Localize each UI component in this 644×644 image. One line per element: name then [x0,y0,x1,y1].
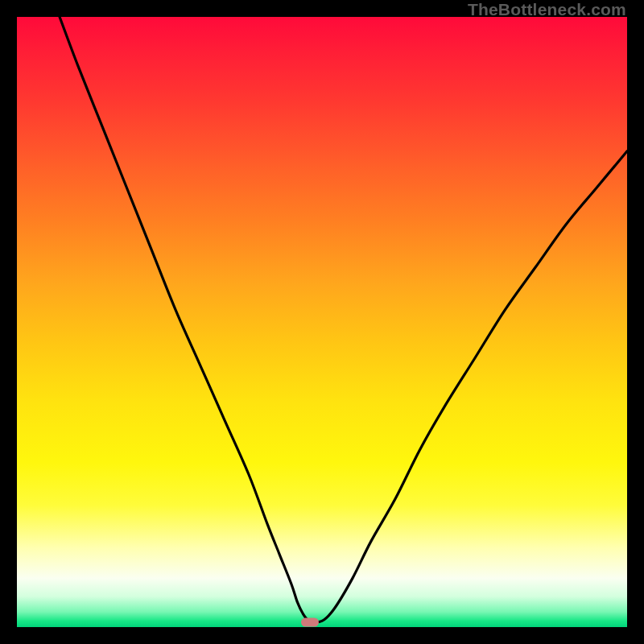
optimum-marker [301,617,319,626]
bottleneck-curve [17,17,627,627]
plot-area [17,17,627,627]
chart-frame: TheBottleneck.com [0,0,644,644]
watermark-text: TheBottleneck.com [468,0,626,19]
